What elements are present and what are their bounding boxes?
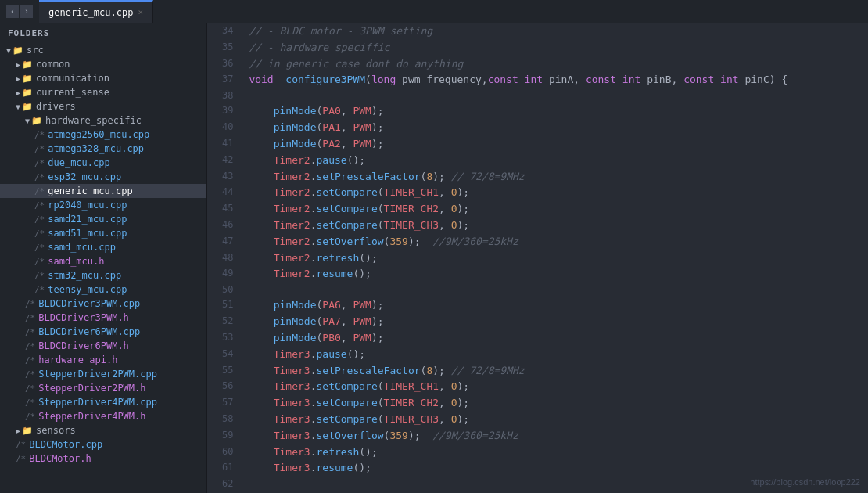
line-number: 48 — [207, 250, 242, 267]
line-number: 35 — [207, 40, 242, 56]
folder-icon: 📁 — [22, 102, 33, 112]
chevron-down-icon: ▼ — [6, 46, 11, 55]
line-number: 55 — [207, 363, 242, 380]
sidebar-item-label: hardware_api.h — [38, 354, 117, 365]
line-number: 34 — [207, 23, 242, 40]
line-code: Timer2.setPrescaleFactor(8); // 72/8=9MH… — [242, 169, 868, 185]
forward-button[interactable]: › — [20, 5, 33, 18]
line-code: pinMode(PA6, PWM); — [242, 297, 868, 314]
code-content: 34 // - BLDC motor - 3PWM setting 35 // … — [207, 23, 868, 493]
sidebar-item-stepper2-cpp[interactable]: /* StepperDriver2PWM.cpp — [0, 367, 206, 381]
sidebar-item-hardware-specific[interactable]: ▼ 📁 hardware_specific — [0, 113, 206, 128]
sidebar-item-bldc3-h[interactable]: /* BLDCDriver3PWM.h — [0, 311, 206, 325]
file-prefix: /* — [34, 285, 45, 295]
sidebar-item-bldc-motor-h[interactable]: /* BLDCMotor.h — [0, 452, 206, 466]
sidebar-item-stepper4-cpp[interactable]: /* StepperDriver4PWM.cpp — [0, 395, 206, 409]
line-code: Timer3.setOverflow(359); //9M/360=25kHz — [242, 428, 868, 444]
line-code: pinMode(PA7, PWM); — [242, 314, 868, 330]
sidebar-item-label: current_sense — [36, 87, 109, 98]
sidebar-item-drivers[interactable]: ▼ 📁 drivers — [0, 99, 206, 113]
sidebar-item-bldc6-h[interactable]: /* BLDCDriver6PWM.h — [0, 339, 206, 353]
line-code: void _configure3PWM(long pwm_frequency,c… — [242, 72, 868, 88]
file-prefix: /* — [34, 130, 45, 140]
sidebar-item-label: hardware_specific — [45, 115, 142, 126]
sidebar-item-stepper4-h[interactable]: /* StepperDriver4PWM.h — [0, 409, 206, 423]
sidebar-item-label: samd_mcu.cpp — [48, 242, 116, 253]
sidebar-item-label: BLDCDriver6PWM.cpp — [38, 326, 140, 337]
file-prefix: /* — [34, 158, 45, 168]
sidebar-item-due[interactable]: /* due_mcu.cpp — [0, 156, 206, 170]
table-row: 46 Timer2.setCompare(TIMER_CH3, 0); — [207, 218, 868, 234]
active-tab[interactable]: generic_mcu.cpp × — [39, 0, 153, 23]
sidebar-item-bldc3-cpp[interactable]: /* BLDCDriver3PWM.cpp — [0, 297, 206, 311]
watermark-text: https://blog.csdn.net/loop222 — [750, 477, 860, 487]
line-number: 49 — [207, 266, 242, 282]
line-code: Timer2.pause(); — [242, 153, 868, 169]
table-row: 41 pinMode(PA2, PWM); — [207, 136, 868, 153]
sidebar-item-label: BLDCDriver3PWM.h — [38, 312, 129, 323]
sidebar-item-samd-cpp[interactable]: /* samd_mcu.cpp — [0, 240, 206, 254]
sidebar-item-generic-mcu[interactable]: /* generic_mcu.cpp — [0, 184, 206, 198]
sidebar-item-label: generic_mcu.cpp — [48, 185, 132, 196]
sidebar-item-common[interactable]: ▶ 📁 common — [0, 57, 206, 71]
table-row: 35 // - hardware speciffic — [207, 40, 868, 56]
sidebar-item-rp2040[interactable]: /* rp2040_mcu.cpp — [0, 198, 206, 212]
sidebar-item-samd51[interactable]: /* samd51_mcu.cpp — [0, 226, 206, 240]
line-number: 38 — [207, 88, 242, 103]
sidebar-item-bldc6-cpp[interactable]: /* BLDCDriver6PWM.cpp — [0, 325, 206, 339]
sidebar-item-src[interactable]: ▼ 📁 src — [0, 43, 206, 57]
line-code: Timer3.setPrescaleFactor(8); // 72/8=9MH… — [242, 363, 868, 380]
line-number: 42 — [207, 153, 242, 169]
table-row: 43 Timer2.setPrescaleFactor(8); // 72/8=… — [207, 169, 868, 185]
chevron-right-icon: ▶ — [16, 60, 20, 69]
sidebar-item-atmega2560[interactable]: /* atmega2560_mcu.cpp — [0, 128, 206, 142]
sidebar-item-current-sense[interactable]: ▶ 📁 current_sense — [0, 85, 206, 99]
file-prefix: /* — [25, 369, 35, 380]
folder-icon: 📁 — [22, 426, 33, 436]
sidebar-item-label: due_mcu.cpp — [48, 157, 109, 168]
sidebar-item-stm32[interactable]: /* stm32_mcu.cpp — [0, 268, 206, 282]
table-row: 37 void _configure3PWM(long pwm_frequenc… — [207, 72, 868, 88]
sidebar-item-teensy[interactable]: /* teensy_mcu.cpp — [0, 282, 206, 297]
sidebar: FOLDERS ▼ 📁 src ▶ 📁 common ▶ 📁 communica… — [0, 23, 207, 493]
sidebar-item-esp32[interactable]: /* esp32_mcu.cpp — [0, 170, 206, 184]
chevron-right-icon: ▶ — [16, 426, 20, 435]
line-code: Timer3.pause(); — [242, 347, 868, 363]
line-code: Timer3.refresh(); — [242, 444, 868, 461]
code-editor[interactable]: 34 // - BLDC motor - 3PWM setting 35 // … — [207, 23, 868, 493]
line-number: 54 — [207, 347, 242, 363]
line-code: pinMode(PB0, PWM); — [242, 330, 868, 347]
sidebar-item-bldc-motor-cpp[interactable]: /* BLDCMotor.cpp — [0, 437, 206, 452]
file-prefix: /* — [34, 200, 45, 211]
folder-icon: 📁 — [22, 74, 33, 84]
top-bar: ‹ › generic_mcu.cpp × — [0, 0, 868, 23]
sidebar-item-stepper2-h[interactable]: /* StepperDriver2PWM.h — [0, 381, 206, 395]
sidebar-item-samd-h[interactable]: /* samd_mcu.h — [0, 254, 206, 268]
sidebar-item-label: StepperDriver2PWM.cpp — [38, 369, 157, 380]
line-number: 41 — [207, 136, 242, 153]
sidebar-item-communication[interactable]: ▶ 📁 communication — [0, 71, 206, 85]
line-number: 44 — [207, 185, 242, 201]
line-number: 36 — [207, 56, 242, 73]
chevron-down-icon: ▼ — [25, 117, 30, 125]
line-number: 53 — [207, 330, 242, 347]
line-code: // - BLDC motor - 3PWM setting — [242, 23, 868, 40]
sidebar-item-hardware-api[interactable]: /* hardware_api.h — [0, 353, 206, 367]
sidebar-item-atmega328[interactable]: /* atmega328_mcu.cpp — [0, 142, 206, 156]
sidebar-item-sensors[interactable]: ▶ 📁 sensors — [0, 423, 206, 437]
line-number: 43 — [207, 169, 242, 185]
folder-icon: 📁 — [31, 116, 42, 126]
chevron-right-icon: ▶ — [16, 74, 20, 83]
table-row: 48 Timer2.refresh(); — [207, 250, 868, 267]
file-prefix: /* — [34, 271, 45, 281]
back-button[interactable]: ‹ — [6, 5, 19, 18]
sidebar-header: FOLDERS — [0, 23, 206, 43]
line-number: 37 — [207, 72, 242, 88]
line-number: 50 — [207, 282, 242, 297]
table-row: 51 pinMode(PA6, PWM); — [207, 297, 868, 314]
sidebar-item-label: atmega328_mcu.cpp — [48, 143, 144, 154]
file-prefix: /* — [34, 229, 45, 239]
file-prefix: /* — [34, 172, 45, 182]
sidebar-item-samd21[interactable]: /* samd21_mcu.cpp — [0, 212, 206, 226]
tab-close-button[interactable]: × — [138, 7, 143, 17]
